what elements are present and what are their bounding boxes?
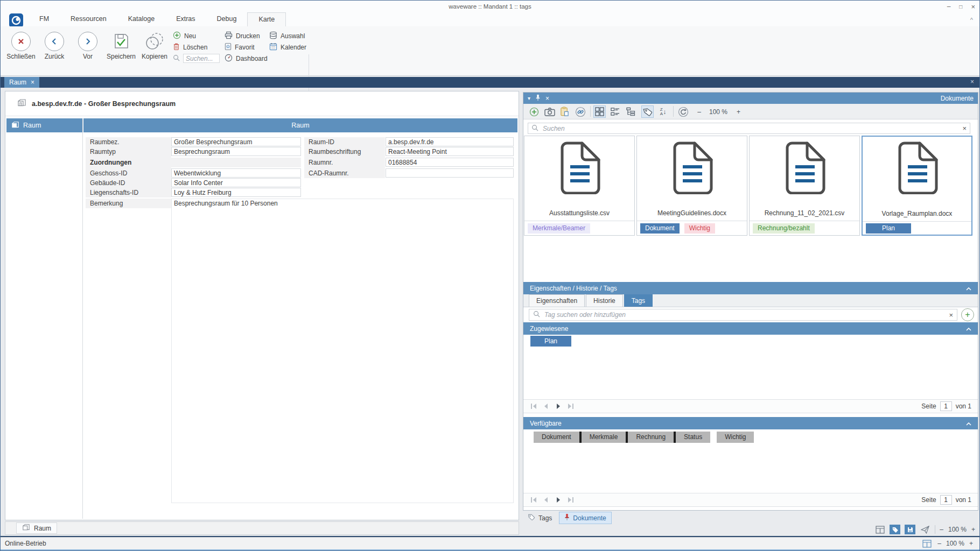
paste-icon[interactable] [558, 105, 571, 118]
page-number-input[interactable] [940, 401, 952, 411]
input-raumtyp[interactable] [171, 147, 301, 156]
properties-header[interactable]: Eigenschaften / Historie / Tags [523, 282, 978, 294]
available-tag[interactable]: Wichtig [717, 432, 754, 443]
input-raumbez[interactable] [171, 137, 301, 146]
new-button[interactable]: Neu [173, 31, 220, 40]
add-document-icon[interactable] [528, 105, 540, 118]
document-tag[interactable]: Rechnung/bezahlt [753, 223, 815, 234]
back-button[interactable]: Zurück [38, 29, 71, 60]
refresh-icon[interactable] [677, 105, 689, 118]
document-card[interactable]: Ausstattungsliste.csv Merkmale/Beamer [524, 136, 635, 236]
dock-close-icon[interactable]: × [545, 95, 549, 102]
input-liegenschafts-id[interactable] [171, 188, 301, 197]
pin-icon[interactable] [535, 94, 541, 103]
calendar-button[interactable]: Kalender [269, 43, 306, 52]
previous-page-icon[interactable] [542, 497, 550, 503]
tab-raum[interactable]: Raum × [4, 77, 39, 88]
collapse-icon[interactable] [966, 285, 971, 292]
menu-tab-kataloge[interactable]: Kataloge [117, 12, 165, 26]
copy-button[interactable]: Kopieren [138, 29, 171, 60]
tab-historie[interactable]: Historie [586, 294, 623, 307]
tab-close-icon[interactable]: × [31, 77, 34, 88]
input-cad-raumnr[interactable] [386, 168, 514, 178]
tag-search-input[interactable] [543, 310, 946, 319]
first-page-icon[interactable] [530, 403, 537, 409]
input-raumbeschriftung[interactable] [386, 147, 514, 156]
available-header[interactable]: Verfügbare [523, 417, 978, 429]
send-icon[interactable] [920, 525, 930, 534]
zoom-in-button[interactable]: + [971, 526, 975, 533]
available-tag[interactable]: Merkmale [582, 432, 626, 443]
add-tag-button[interactable]: + [961, 308, 974, 321]
tabstrip-close-icon[interactable]: × [970, 78, 974, 86]
assigned-tag-plan[interactable]: Plan [530, 336, 571, 347]
input-raumnr[interactable] [386, 158, 514, 167]
dock-zoom-out-button[interactable]: – [693, 105, 705, 118]
print-button[interactable]: Drucken [225, 31, 268, 40]
input-raum-id[interactable] [386, 137, 514, 146]
next-page-icon[interactable] [555, 497, 562, 503]
page-number-input[interactable] [940, 495, 952, 505]
menu-tab-debug[interactable]: Debug [206, 12, 248, 26]
document-tag[interactable]: Wichtig [684, 223, 715, 234]
menu-tab-karte[interactable]: Karte [247, 12, 286, 26]
menu-tab-fm[interactable]: FM [29, 12, 60, 26]
menu-tab-extras[interactable]: Extras [165, 12, 206, 26]
app-logo-icon[interactable] [9, 13, 23, 27]
minimize-icon[interactable]: – [947, 3, 951, 10]
dock-tab-dokumente[interactable]: Dokumente [559, 512, 611, 524]
assigned-header[interactable]: Zugewiesene [523, 322, 978, 335]
document-card[interactable]: MeetingGuidelines.docx Dokument Wichtig [636, 136, 747, 236]
close-record-button[interactable]: Schließen [5, 29, 37, 60]
document-card-selected[interactable]: Vorlage_Raumplan.docx Plan [862, 136, 972, 236]
close-icon[interactable]: × [971, 3, 975, 11]
selection-button[interactable]: Auswahl [269, 31, 306, 40]
view-list-icon[interactable] [609, 105, 621, 118]
input-bemerkung[interactable]: Besprechungsraum für 10 Personen [171, 199, 514, 503]
document-tag[interactable]: Plan [866, 223, 911, 234]
maximize-icon[interactable]: □ [959, 4, 962, 10]
input-gebaeude-id[interactable] [171, 178, 301, 187]
forward-button[interactable]: Vor [72, 29, 104, 60]
zoom-out-button[interactable]: – [940, 526, 943, 533]
footer-tab-raum[interactable]: Raum [16, 522, 57, 534]
available-tag[interactable]: Status [676, 432, 710, 443]
layout-table-icon[interactable] [921, 539, 932, 548]
view-grid-icon[interactable] [593, 105, 606, 118]
zoom-in-button[interactable]: + [969, 540, 973, 547]
last-page-icon[interactable] [567, 497, 575, 503]
clear-search-icon[interactable]: × [962, 124, 967, 132]
camera-icon[interactable] [543, 105, 556, 118]
dock-tab-tags[interactable]: Tags [523, 512, 557, 524]
document-search-input[interactable] [542, 124, 959, 133]
delete-button[interactable]: Löschen [173, 43, 220, 52]
ribbon-collapse-icon[interactable]: ^ [970, 17, 973, 23]
favorite-button[interactable]: Favorit [225, 43, 268, 52]
available-tag[interactable]: Dokument [534, 432, 579, 443]
next-page-icon[interactable] [555, 403, 562, 409]
clear-tag-search-icon[interactable]: × [949, 311, 953, 319]
zoom-out-button[interactable]: – [937, 540, 941, 547]
document-tag[interactable]: Dokument [640, 223, 680, 234]
input-geschoss-id[interactable] [171, 168, 301, 178]
collapse-icon[interactable] [966, 325, 971, 333]
link-icon[interactable] [574, 105, 586, 118]
available-tag[interactable]: Rechnung [628, 432, 674, 443]
layout-table-icon[interactable] [874, 525, 885, 534]
document-tag[interactable]: Merkmale/Beamer [528, 223, 590, 234]
first-page-icon[interactable] [530, 497, 537, 503]
view-detail-icon[interactable] [625, 105, 637, 118]
sort-az-icon[interactable]: ZA ↓ [657, 105, 669, 118]
dock-zoom-in-button[interactable]: + [732, 105, 745, 118]
collapse-icon[interactable] [966, 420, 971, 427]
ribbon-search-input[interactable] [183, 54, 220, 63]
document-card[interactable]: Rechnung_11_02_2021.csv Rechnung/bezahlt [749, 136, 860, 236]
tag-filter-icon[interactable] [641, 105, 654, 118]
save-button[interactable]: Speichern [105, 29, 137, 60]
tag-view-toggle-icon[interactable] [890, 525, 900, 534]
nav-header-raum[interactable]: Raum [6, 118, 82, 132]
dashboard-button[interactable]: Dashboard [225, 54, 268, 63]
dropdown-icon[interactable]: ▾ [528, 95, 530, 101]
tab-eigenschaften[interactable]: Eigenschaften [529, 294, 585, 307]
menu-tab-ressourcen[interactable]: Ressourcen [60, 12, 117, 26]
